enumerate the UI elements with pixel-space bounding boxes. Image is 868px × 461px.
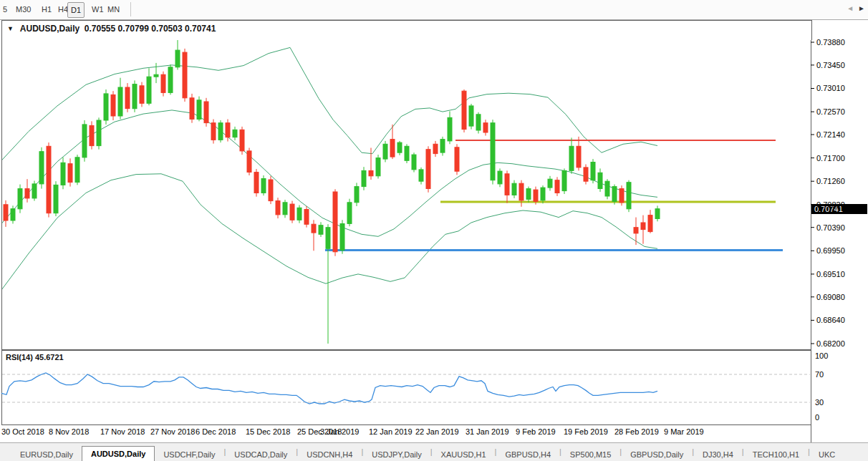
chart-tab-sp500-m15[interactable]: SP500,M15 xyxy=(561,448,619,461)
price-tick-label: 0.71260 xyxy=(816,177,864,185)
date-tick-label[interactable]: 19 Feb 2019 xyxy=(564,427,608,436)
chevron-down-icon: ▼ xyxy=(7,25,14,32)
date-tick-label[interactable]: 6 Dec 2018 xyxy=(196,427,236,436)
tab-scroll-right-icon[interactable]: ► xyxy=(858,4,865,12)
price-tick-label: 0.73450 xyxy=(816,61,864,69)
chart-tab-gbpusd-daily[interactable]: GBPUSD,Daily xyxy=(622,448,692,461)
date-tick-label[interactable]: 12 Jan 2019 xyxy=(369,427,413,436)
chart-tab-xauusd-h1[interactable]: XAUUSD,H1 xyxy=(433,448,495,461)
tab-scroll-arrows: ◄► xyxy=(847,4,865,12)
rsi-indicator-label: RSI(14) 45.6721 xyxy=(6,353,64,361)
date-tick-label[interactable]: 3 Jan 2019 xyxy=(320,427,359,436)
chart-tab-tech100-h1[interactable]: TECH100,H1 xyxy=(744,448,808,461)
chart-tab-gbpusd-h4[interactable]: GBPUSD,H4 xyxy=(496,448,559,461)
price-tick-label: 0.69950 xyxy=(816,246,864,255)
date-tick-label[interactable]: 17 Nov 2018 xyxy=(100,427,145,436)
rsi-tick-label: 70 xyxy=(815,370,824,379)
price-tick-label: 0.69510 xyxy=(816,270,864,278)
chart-ohlc-values: 0.70555 0.70799 0.70503 0.70741 xyxy=(85,24,216,34)
rsi-tick-label: 30 xyxy=(815,398,824,407)
price-tick-label: 0.68640 xyxy=(816,316,864,324)
price-tick-label: 0.69080 xyxy=(816,293,864,301)
chart-tab-bar: EURUSD,DailyAUDUSD,DailyUSDCHF,Daily|USD… xyxy=(0,442,868,461)
tab-scroll-left-icon[interactable]: ◄ xyxy=(847,4,854,12)
rsi-tick-label: 0 xyxy=(815,413,819,422)
date-tick-label[interactable]: 30 Oct 2018 xyxy=(1,427,44,436)
chart-tab-usdcnh-h4[interactable]: USDCNH,H4 xyxy=(298,448,361,461)
price-tick-label: 0.70820 xyxy=(816,200,864,209)
price-tick-label: 0.72570 xyxy=(816,107,864,116)
date-tick-label[interactable]: 31 Jan 2019 xyxy=(466,427,509,436)
date-tick-label[interactable]: 27 Nov 2018 xyxy=(150,427,195,436)
date-tick-label[interactable]: 9 Feb 2019 xyxy=(516,427,556,436)
chart-tab-dj30-h4[interactable]: DJ30,H4 xyxy=(694,448,742,461)
chart-tab-usdchf-daily[interactable]: USDCHF,Daily xyxy=(155,448,223,461)
date-tick-label[interactable]: 8 Nov 2018 xyxy=(49,427,89,436)
price-tick-label: 0.70390 xyxy=(816,223,864,232)
price-tick-label: 0.73880 xyxy=(816,38,864,47)
price-tick-label: 0.68200 xyxy=(816,339,864,348)
date-tick-label[interactable]: 28 Feb 2019 xyxy=(614,427,659,436)
price-tick-label: 0.73010 xyxy=(816,84,864,92)
date-tick-label[interactable]: 15 Dec 2018 xyxy=(246,427,290,436)
candlestick-series xyxy=(4,40,660,344)
rsi-tick-label: 100 xyxy=(815,351,828,360)
chart-tab-audusd-daily[interactable]: AUDUSD,Daily xyxy=(82,446,155,461)
date-tick-label[interactable]: 9 Mar 2019 xyxy=(664,427,704,436)
price-pane-graphics xyxy=(1,40,783,344)
chart-symbol-label: AUDUSD,Daily xyxy=(20,24,79,34)
date-tick-label[interactable]: 22 Jan 2019 xyxy=(415,427,459,436)
chart-title: ▼ AUDUSD,Daily 0.70555 0.70799 0.70503 0… xyxy=(7,24,216,34)
chart-tab-ukc[interactable]: UKC xyxy=(810,448,844,461)
chart-tab-usdcad-daily[interactable]: USDCAD,Daily xyxy=(226,448,296,461)
chart-tab-eurusd-daily[interactable]: EURUSD,Daily xyxy=(11,448,82,461)
rsi-line xyxy=(1,373,657,404)
chart-tab-usdjpy-daily[interactable]: USDJPY,Daily xyxy=(363,448,430,461)
rsi-graphics xyxy=(1,373,810,404)
chart-canvas[interactable] xyxy=(0,0,868,461)
price-tick-label: 0.71700 xyxy=(816,154,864,162)
price-tick-label: 0.72140 xyxy=(816,130,864,139)
